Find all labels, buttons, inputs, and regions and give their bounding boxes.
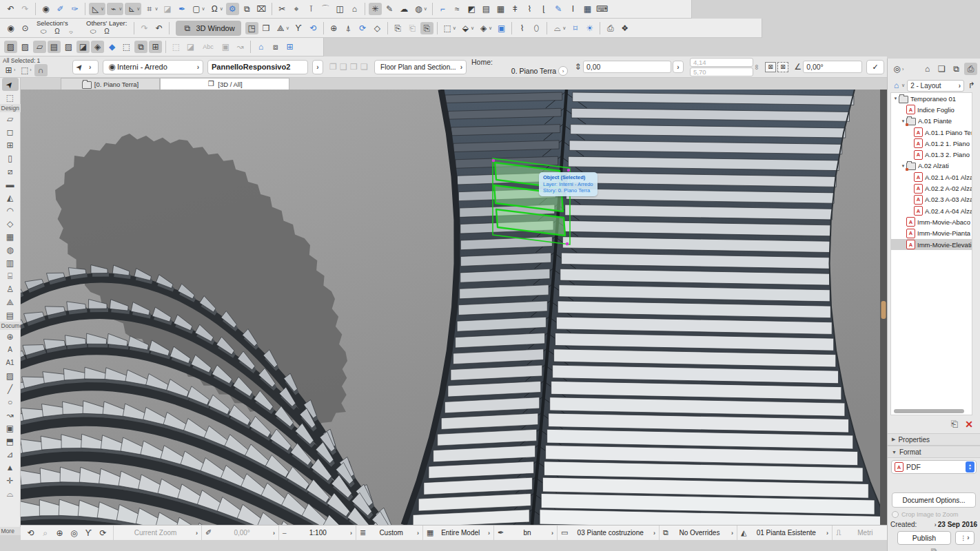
selection-link-icon[interactable]: ⌔: [65, 27, 77, 37]
chevron-icon[interactable]: ›: [350, 530, 352, 537]
tool-morph[interactable]: ◇: [2, 217, 19, 230]
magnet-icon[interactable]: ∩: [34, 64, 48, 76]
frame-icon[interactable]: ⬚: [120, 41, 133, 53]
tree-item[interactable]: AImm-Movie-Abaco: [891, 216, 972, 227]
pen-set-icon[interactable]: ✎: [552, 3, 565, 15]
chevron-icon[interactable]: ›: [196, 530, 198, 537]
inject-parameters-icon[interactable]: ✐: [54, 3, 67, 15]
tree-item[interactable]: AA.02.4 A-04 Alzato Ov: [891, 205, 972, 216]
tool-window[interactable]: ⊞: [2, 138, 19, 152]
toolbox-more-label[interactable]: More: [0, 527, 21, 535]
cube-icon[interactable]: ❑: [338, 61, 349, 72]
walk-icon[interactable]: ϒ: [292, 22, 305, 34]
tool-wall[interactable]: ▱: [2, 112, 19, 125]
transfer-settings-icon[interactable]: ⎘: [420, 22, 433, 34]
intersect-icon[interactable]: ◫: [334, 3, 347, 15]
undo-icon[interactable]: ↶: [4, 3, 17, 15]
chevron-icon[interactable]: ∨: [101, 6, 104, 12]
publisher-icon[interactable]: ⎙: [964, 63, 977, 75]
tool-text[interactable]: A: [2, 343, 19, 356]
ruler-guide-icon[interactable]: ◺∨: [89, 3, 105, 15]
chevron-icon[interactable]: ∨: [119, 6, 122, 12]
tree-item[interactable]: AA.01.1 Piano Terra: [891, 127, 972, 138]
camera-icon[interactable]: ⌓∨: [551, 22, 567, 34]
status-dimensions-pref[interactable]: ⎍Metri›: [832, 526, 895, 540]
grid-hatch-icon[interactable]: ▦: [494, 3, 507, 15]
gravity-icon[interactable]: ⚙: [226, 3, 239, 15]
shortcut-icon[interactable]: ⌨: [595, 3, 609, 15]
viewport-scrollbar-thumb[interactable]: [881, 301, 886, 319]
tab-3d[interactable]: ❐[3D / All]: [160, 78, 289, 90]
camera-path-icon[interactable]: ⌑: [569, 22, 582, 34]
chevron-icon[interactable]: ∨: [489, 25, 492, 31]
favorite-dropdown[interactable]: PannelloResponsivo2: [207, 60, 308, 74]
tool-section[interactable]: ⊿: [2, 448, 19, 461]
redo-view-icon[interactable]: ↷: [138, 22, 151, 34]
project-map-icon[interactable]: ⌂: [921, 63, 934, 75]
tool-object[interactable]: ♙: [2, 282, 19, 295]
fill-6-icon[interactable]: ◈: [91, 41, 104, 53]
marquee-settings-button[interactable]: ⬚›: [18, 64, 32, 76]
publisher-set-dropdown[interactable]: 2 - Layout›: [907, 80, 964, 92]
tool-zone[interactable]: ◍: [2, 243, 19, 256]
fit-icon[interactable]: ⌧: [255, 3, 268, 15]
default-settings-button[interactable]: ⊞›: [2, 64, 17, 76]
img-gray-icon[interactable]: ▣: [219, 41, 232, 53]
favorite-chevron-button[interactable]: ›: [312, 60, 323, 74]
home-story-chevron[interactable]: ›: [558, 66, 568, 76]
modify-icon[interactable]: ✎: [383, 3, 396, 15]
format-section-header[interactable]: ▼Format: [888, 446, 980, 458]
grid-snap-icon[interactable]: ⌗∨: [143, 3, 159, 15]
document-options-button[interactable]: Document Options...: [892, 492, 976, 508]
properties-section-header[interactable]: ▶Properties: [888, 433, 980, 446]
quick-show-icon[interactable]: ◉: [4, 22, 17, 34]
adjust-icon[interactable]: ⊺: [305, 3, 318, 15]
tool-marquee[interactable]: ⬚: [2, 91, 19, 104]
chevron-icon[interactable]: ∨: [424, 6, 427, 12]
lock-icon[interactable]: Ω∨: [208, 3, 225, 15]
tool-arrow[interactable]: ➤: [2, 78, 19, 91]
image-add-icon[interactable]: ⊞: [283, 41, 296, 53]
orbit-mode-icon[interactable]: ⟳: [96, 527, 110, 539]
publisher-set-icon[interactable]: ⌂∨: [890, 79, 906, 92]
mirror-icon[interactable]: ◇: [371, 22, 384, 34]
tool-camera-tool[interactable]: ⌓: [2, 487, 19, 500]
home-3d-icon[interactable]: ⌂: [254, 41, 267, 53]
tree-item[interactable]: AImm-Movie-Pianta: [891, 228, 972, 239]
chevron-icon[interactable]: ∨: [286, 25, 289, 31]
tool-beam[interactable]: ⧄: [2, 165, 19, 178]
fill-1-icon[interactable]: ▨: [4, 41, 17, 53]
height-chevron-button[interactable]: ›: [673, 61, 684, 73]
layout-book-icon[interactable]: ⧉: [950, 63, 963, 75]
perspective-icon[interactable]: ◳: [245, 22, 258, 34]
delete-icon[interactable]: ✕: [965, 419, 973, 430]
redo-icon[interactable]: ↷: [19, 3, 32, 15]
paint-bucket-icon[interactable]: ◍∨: [412, 3, 429, 15]
chevron-icon[interactable]: ∨: [220, 6, 223, 12]
rotate-model-icon[interactable]: ⟳: [356, 22, 369, 34]
tree-item[interactable]: ▼A.01 Piante: [891, 116, 972, 127]
tool-figure[interactable]: ▣: [2, 422, 19, 435]
dim-12-icon[interactable]: ⊞: [149, 41, 162, 53]
floorplan-display-dropdown[interactable]: Floor Plan and Section...›: [374, 60, 467, 74]
tool-lamp[interactable]: ⟁: [2, 295, 19, 309]
publish-button[interactable]: Publish: [897, 531, 951, 545]
explore-icon[interactable]: ◎: [68, 527, 81, 539]
tool-fill[interactable]: ▨: [2, 369, 19, 382]
clean-icon[interactable]: ⌇: [515, 22, 529, 34]
spline-gray-icon[interactable]: ↝: [234, 41, 247, 53]
keyboard-icon[interactable]: ▦: [581, 3, 594, 15]
status-layer-combination[interactable]: ≣Custom›: [356, 526, 422, 540]
zoom-back-icon[interactable]: ⟲: [24, 527, 37, 539]
tree-item[interactable]: AIndice Foglio: [891, 104, 972, 115]
window-3d-button[interactable]: ⧉3D Window: [176, 21, 241, 36]
chevron-icon[interactable]: ∨: [562, 25, 566, 31]
chevron-icon[interactable]: ∨: [453, 25, 456, 31]
solid-ops-icon[interactable]: ⬙∨: [459, 22, 476, 34]
arrow-tool-dropdown[interactable]: ➤›: [72, 60, 99, 74]
chevron-icon[interactable]: ∨: [154, 6, 158, 12]
status-renovation-filter[interactable]: ◭01 Pianta Esistente›: [737, 526, 832, 540]
book-3d-icon[interactable]: ⧈: [269, 41, 282, 53]
explode-icon[interactable]: ✳: [369, 3, 382, 15]
tree-item[interactable]: ▼Temporaneo 01: [891, 93, 972, 104]
